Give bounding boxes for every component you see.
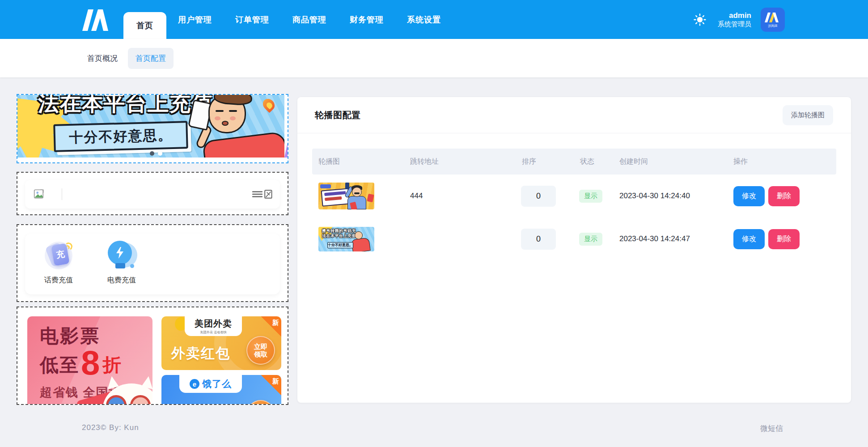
- main-nav: 首页 用户管理 订单管理 商品管理 财务管理 系统设置: [123, 0, 453, 39]
- table-row: 444 0 显示 2023-04-30 14:24:40 修改 删除: [312, 175, 836, 217]
- promo-movie-discount: 低至 8 折: [40, 349, 122, 378]
- quick-action-label: 话费充值: [44, 276, 73, 285]
- column-header-link: 跳转地址: [404, 157, 516, 166]
- nav-tab-products[interactable]: 商品管理: [281, 0, 338, 39]
- preview-quick-actions-section[interactable]: 充 话费充值 电费充值: [17, 224, 288, 302]
- electric-recharge-icon: [107, 241, 136, 270]
- quick-actions-card: 充 话费充值 电费充值: [25, 234, 280, 294]
- add-carousel-button[interactable]: 添加轮播图: [783, 105, 833, 125]
- meituan-brand-pill: 美团外卖 美团外卖 送啥都快: [185, 316, 242, 336]
- row-created-value: 2023-04-30 14:24:47: [613, 234, 727, 243]
- notice-right-icons: [252, 189, 274, 199]
- delete-button[interactable]: 删除: [768, 186, 800, 206]
- broken-image-icon: [33, 188, 45, 200]
- user-info: admin 系统管理员: [718, 11, 751, 29]
- eleme-brand-pill: e 饿了么: [179, 375, 242, 393]
- sun-icon[interactable]: [694, 13, 706, 26]
- avatar-logo-icon: [764, 11, 782, 23]
- sort-input[interactable]: 0: [521, 186, 556, 207]
- column-header-status: 状态: [574, 157, 613, 166]
- table-row: 携号转网的号码无 法在本平台上充值 十分不好意思。 0 显示 2023-04-3…: [312, 217, 836, 260]
- footer-copyright: 2023© By: Kun: [82, 423, 139, 432]
- preview-promos-section[interactable]: 电影票 低至 8 折 超省钱 全国通用 美团外卖 美团外卖 送啥都快 外卖红包 …: [17, 307, 288, 405]
- carousel-thumbnail[interactable]: [318, 183, 374, 209]
- user-role: 系统管理员: [718, 20, 751, 29]
- carousel-dot-active[interactable]: [150, 151, 154, 156]
- quick-action-electric-recharge[interactable]: 电费充值: [101, 241, 142, 285]
- list-lines-icon: [252, 190, 263, 199]
- notice-bar: [25, 180, 280, 209]
- new-badge: 新: [261, 316, 281, 337]
- carousel-dot[interactable]: [158, 151, 162, 156]
- promo-meituan-card[interactable]: 美团外卖 美团外卖 送啥都快 外卖红包 立即 领取 新: [161, 316, 281, 370]
- nav-tab-home[interactable]: 首页: [123, 12, 166, 39]
- column-header-image: 轮播图: [312, 157, 404, 166]
- avatar[interactable]: 沃闲庄: [761, 8, 785, 32]
- nav-tab-users[interactable]: 用户管理: [166, 0, 224, 39]
- next-slide-peek: [284, 95, 288, 158]
- row-link-value: 444: [404, 192, 516, 200]
- promo-movie-card[interactable]: 电影票 低至 8 折 超省钱 全国通用: [27, 316, 152, 405]
- nav-tab-orders[interactable]: 订单管理: [224, 0, 281, 39]
- claim-now-button[interactable]: 立即 领取: [246, 336, 275, 365]
- cat-mascot: [102, 383, 152, 405]
- banner-sign: 十分不好意思。: [53, 121, 188, 152]
- carousel-config-panel: 轮播图配置 添加轮播图 轮播图 跳转地址 排序 状态 创建时间 操作 444: [297, 97, 851, 403]
- app-logo-icon: [81, 8, 109, 32]
- promo-eleme-card[interactable]: e 饿了么 新: [161, 375, 281, 405]
- top-navbar: 首页 用户管理 订单管理 商品管理 财务管理 系统设置 admin 系统管理员: [0, 0, 868, 39]
- phone-recharge-icon: 充: [44, 241, 73, 270]
- navbar-right: admin 系统管理员 沃闲庄: [694, 8, 785, 32]
- subnav-item-overview[interactable]: 首页概况: [87, 53, 118, 64]
- avatar-caption: 沃闲庄: [768, 23, 778, 28]
- quick-action-phone-recharge[interactable]: 充 话费充值: [38, 241, 79, 285]
- new-badge: 新: [261, 375, 281, 396]
- nav-tab-settings[interactable]: 系统设置: [395, 0, 453, 39]
- status-badge: 显示: [579, 190, 602, 203]
- preview-notice-section[interactable]: [17, 172, 288, 215]
- quick-action-label: 电费充值: [107, 276, 136, 285]
- panel-title: 轮播图配置: [315, 109, 361, 121]
- user-name: admin: [718, 11, 751, 20]
- divider: [62, 188, 62, 200]
- secondary-nav: 首页概况 首页配置: [0, 39, 868, 77]
- nav-tab-finance[interactable]: 财务管理: [338, 0, 395, 39]
- promo-meituan-title: 外卖红包: [171, 344, 230, 363]
- broken-glyph-icon: [264, 189, 274, 199]
- banner-image: 法在本平台上充值 十分不好意思。: [17, 95, 288, 158]
- status-badge: 显示: [579, 233, 602, 246]
- column-header-created: 创建时间: [613, 157, 727, 166]
- eleme-logo-icon: e: [190, 379, 199, 389]
- panel-header: 轮播图配置 添加轮播图: [297, 97, 851, 133]
- edit-button[interactable]: 修改: [733, 229, 765, 249]
- subnav-item-config[interactable]: 首页配置: [128, 48, 174, 69]
- row-created-value: 2023-04-30 14:24:40: [613, 192, 727, 200]
- table-header-row: 轮播图 跳转地址 排序 状态 创建时间 操作: [312, 149, 836, 175]
- footer-brand[interactable]: 微短信: [760, 423, 783, 434]
- claim-now-button[interactable]: [246, 400, 275, 405]
- delete-button[interactable]: 删除: [768, 229, 800, 249]
- carousel-table: 轮播图 跳转地址 排序 状态 创建时间 操作 444 0 显示 2023-04-…: [312, 149, 836, 260]
- column-header-actions: 操作: [727, 157, 836, 166]
- sort-input[interactable]: 0: [521, 229, 556, 250]
- column-header-sort: 排序: [516, 157, 574, 166]
- carousel-thumbnail[interactable]: 携号转网的号码无 法在本平台上充值 十分不好意思。: [318, 227, 374, 251]
- preview-banner-section[interactable]: 法在本平台上充值 十分不好意思。: [17, 94, 288, 163]
- carousel-dots[interactable]: [150, 151, 162, 156]
- edit-button[interactable]: 修改: [733, 186, 765, 206]
